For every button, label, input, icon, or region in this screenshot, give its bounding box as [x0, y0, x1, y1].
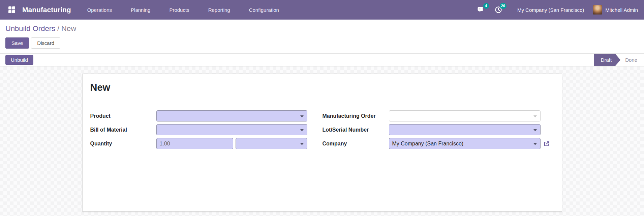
- menu-reporting[interactable]: Reporting: [207, 5, 232, 15]
- external-link-icon[interactable]: [543, 140, 550, 147]
- chevron-down-icon: [300, 129, 304, 131]
- statusbar-states: Draft Done: [594, 54, 644, 66]
- bom-input[interactable]: [156, 124, 307, 135]
- record-title: New: [90, 82, 562, 93]
- form-sheet: New Product Bill of Material Quantity 1.…: [82, 74, 562, 212]
- unbuild-button[interactable]: Unbuild: [5, 55, 33, 65]
- navbar-left: Manufacturing Operations Planning Produc…: [6, 4, 280, 16]
- company-input[interactable]: My Company (San Francisco): [389, 138, 541, 149]
- breadcrumb-parent-link[interactable]: Unbuild Orders: [5, 24, 55, 33]
- company-value: My Company (San Francisco): [389, 141, 464, 147]
- field-row-quantity: Quantity 1.00: [90, 138, 307, 149]
- user-name: Mitchell Admin: [605, 7, 638, 13]
- menu-products[interactable]: Products: [168, 5, 190, 15]
- breadcrumb-separator: /: [55, 24, 61, 33]
- lot-input[interactable]: [389, 124, 541, 135]
- state-done[interactable]: Done: [620, 54, 644, 66]
- quantity-label: Quantity: [90, 141, 156, 147]
- form-column-left: Product Bill of Material Quantity 1.00: [90, 110, 307, 152]
- messages-count-badge: 4: [483, 3, 489, 9]
- messages-button[interactable]: 4: [477, 5, 486, 14]
- breadcrumb-current: New: [61, 24, 76, 33]
- field-row-lot: Lot/Serial Number: [323, 124, 550, 135]
- save-button[interactable]: Save: [5, 37, 29, 49]
- field-row-company: Company My Company (San Francisco): [323, 138, 550, 149]
- menu-planning[interactable]: Planning: [129, 5, 152, 15]
- apps-menu-icon[interactable]: [6, 4, 18, 16]
- chevron-down-icon: [300, 115, 304, 117]
- chevron-down-icon: [300, 143, 304, 145]
- field-row-bom: Bill of Material: [90, 124, 307, 135]
- top-navbar: Manufacturing Operations Planning Produc…: [0, 0, 644, 20]
- navbar-menu: Operations Planning Products Reporting C…: [86, 5, 280, 15]
- app-name[interactable]: Manufacturing: [22, 6, 71, 14]
- chevron-down-icon: [533, 129, 537, 131]
- discard-button[interactable]: Discard: [31, 37, 60, 49]
- user-menu[interactable]: Mitchell Admin: [593, 5, 638, 15]
- uom-input[interactable]: [236, 138, 307, 149]
- menu-operations[interactable]: Operations: [86, 5, 113, 15]
- quantity-value: 1.00: [157, 141, 170, 147]
- form-grid: Product Bill of Material Quantity 1.00 M…: [90, 110, 562, 152]
- action-buttons: Save Discard: [5, 37, 638, 49]
- chevron-down-icon: [533, 115, 537, 117]
- company-label: Company: [323, 141, 389, 147]
- user-avatar: [593, 5, 602, 15]
- form-statusbar: Unbuild Draft Done: [0, 53, 644, 66]
- mo-label: Manufacturing Order: [323, 113, 389, 119]
- field-row-product: Product: [90, 110, 307, 121]
- menu-configuration[interactable]: Configuration: [248, 5, 280, 15]
- state-draft[interactable]: Draft: [594, 54, 621, 66]
- mo-input: [389, 110, 541, 121]
- quantity-input[interactable]: 1.00: [156, 138, 233, 149]
- control-panel: Unbuild Orders/New Save Discard: [0, 20, 644, 53]
- form-view-background: New Product Bill of Material Quantity 1.…: [0, 66, 644, 216]
- product-label: Product: [90, 113, 156, 119]
- breadcrumb: Unbuild Orders/New: [5, 24, 638, 33]
- bom-label: Bill of Material: [90, 127, 156, 133]
- form-column-right: Manufacturing Order Lot/Serial Number Co…: [323, 110, 550, 152]
- company-switcher[interactable]: My Company (San Francisco): [517, 7, 584, 13]
- grid-icon: [8, 6, 16, 13]
- chevron-down-icon: [533, 143, 537, 145]
- field-row-mo: Manufacturing Order: [323, 110, 550, 121]
- activities-count-badge: 26: [500, 3, 507, 9]
- product-input[interactable]: [156, 110, 307, 121]
- navbar-right: 4 26 My Company (San Francisco) Mitchell…: [477, 5, 638, 15]
- activities-button[interactable]: 26: [494, 5, 503, 14]
- lot-label: Lot/Serial Number: [323, 127, 389, 133]
